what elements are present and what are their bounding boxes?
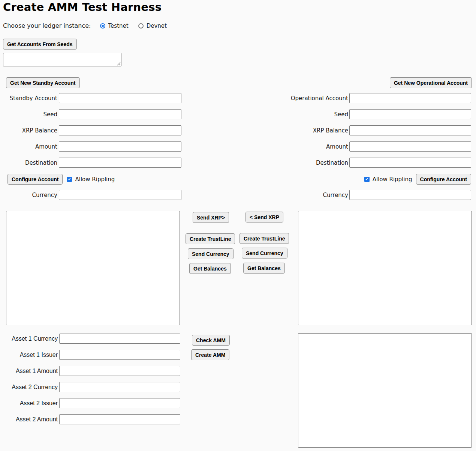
radio-group-devnet[interactable]: Devnet: [138, 23, 167, 29]
send-xrp-to-standby-button[interactable]: < Send XRP: [245, 212, 283, 222]
asset2-amount-label: Asset 2 Amount: [0, 416, 59, 423]
standby-configure-row: Configure Account Allow Rippling: [7, 174, 115, 185]
configure-standby-account-button[interactable]: Configure Account: [7, 174, 63, 185]
operational-account-label: Operational Account: [289, 95, 349, 102]
asset1-issuer-label: Asset 1 Issuer: [0, 352, 59, 358]
operational-account-row: Operational Account: [289, 93, 471, 103]
operational-destination-row: Destination: [289, 158, 471, 168]
amm-test-harness-page: Create AMM Test Harness Choose your ledg…: [0, 0, 476, 451]
standby-account-input[interactable]: [59, 93, 181, 103]
standby-seed-input[interactable]: [59, 109, 181, 119]
standby-seed-label: Seed: [0, 111, 59, 118]
standby-account-row: Standby Account: [0, 93, 181, 103]
create-amm-button[interactable]: Create AMM: [191, 349, 229, 360]
standby-account-label: Standby Account: [0, 95, 59, 102]
operational-allow-rippling-checkbox[interactable]: [364, 177, 370, 182]
radio-group-testnet[interactable]: Testnet: [100, 23, 129, 29]
standby-xrp-balance-row: XRP Balance: [0, 125, 181, 135]
operational-destination-input[interactable]: [349, 158, 471, 168]
asset2-currency-row: Asset 2 Currency: [0, 382, 180, 392]
check-amm-button[interactable]: Check AMM: [192, 335, 230, 346]
asset1-issuer-input[interactable]: [59, 350, 180, 360]
asset1-amount-input[interactable]: [59, 366, 180, 376]
ledger-instance-label: Choose your ledger instance:: [3, 22, 91, 29]
account-seeds-textarea[interactable]: [3, 53, 121, 66]
get-accounts-from-seeds-button[interactable]: Get Accounts From Seeds: [3, 39, 77, 50]
standby-amount-row: Amount: [0, 141, 181, 152]
get-new-operational-account-button[interactable]: Get New Operational Account: [390, 77, 472, 88]
testnet-radio-label[interactable]: Testnet: [108, 23, 129, 29]
send-currency-operational-button[interactable]: Send Currency: [242, 248, 287, 259]
standby-currency-input[interactable]: [59, 190, 181, 200]
testnet-radio[interactable]: [100, 23, 105, 29]
operational-currency-label: Currency: [289, 192, 349, 198]
asset1-issuer-row: Asset 1 Issuer: [0, 350, 180, 360]
operational-seed-row: Seed: [289, 109, 471, 119]
seeds-textarea-wrap: [3, 53, 121, 66]
operational-xrp-balance-input[interactable]: [349, 125, 471, 135]
asset2-issuer-input[interactable]: [59, 398, 180, 408]
operational-currency-input[interactable]: [349, 190, 471, 200]
operational-configure-row: Allow Rippling Configure Account: [364, 174, 471, 185]
standby-xrp-balance-input[interactable]: [59, 125, 181, 135]
create-trustline-operational-button[interactable]: Create TrustLine: [239, 233, 289, 244]
amm-result-textarea[interactable]: [298, 333, 472, 448]
operational-seed-input[interactable]: [349, 109, 471, 119]
asset1-currency-label: Asset 1 Currency: [0, 335, 59, 342]
page-title: Create AMM Test Harness: [3, 1, 162, 14]
ledger-instance-row: Choose your ledger instance: Testnet Dev…: [3, 22, 167, 29]
send-xrp-to-operational-button[interactable]: Send XRP>: [193, 212, 229, 223]
devnet-radio-label[interactable]: Devnet: [147, 23, 167, 29]
get-balances-operational-button[interactable]: Get Balances: [243, 263, 285, 274]
standby-seed-row: Seed: [0, 109, 181, 119]
standby-destination-row: Destination: [0, 158, 181, 168]
operational-xrp-balance-row: XRP Balance: [289, 125, 471, 135]
operational-amount-row: Amount: [289, 141, 471, 152]
operational-destination-label: Destination: [289, 159, 349, 166]
standby-amount-label: Amount: [0, 143, 59, 150]
operational-currency-row: Currency: [289, 190, 471, 200]
configure-operational-account-button[interactable]: Configure Account: [416, 174, 471, 185]
asset2-amount-row: Asset 2 Amount: [0, 414, 180, 424]
standby-destination-input[interactable]: [59, 158, 181, 168]
asset2-issuer-label: Asset 2 Issuer: [0, 400, 59, 407]
operational-seed-label: Seed: [289, 111, 349, 118]
asset1-currency-input[interactable]: [59, 334, 180, 344]
operational-amount-input[interactable]: [349, 141, 471, 152]
standby-currency-row: Currency: [0, 190, 181, 200]
standby-currency-label: Currency: [0, 192, 59, 198]
operational-xrp-balance-label: XRP Balance: [289, 127, 349, 134]
asset2-currency-input[interactable]: [59, 382, 180, 392]
asset1-currency-row: Asset 1 Currency: [0, 334, 180, 344]
asset2-amount-input[interactable]: [59, 414, 180, 424]
send-currency-standby-button[interactable]: Send Currency: [188, 248, 234, 259]
standby-destination-label: Destination: [0, 159, 59, 166]
asset2-currency-label: Asset 2 Currency: [0, 384, 59, 391]
asset1-amount-label: Asset 1 Amount: [0, 368, 59, 374]
operational-amount-label: Amount: [289, 143, 349, 150]
standby-allow-rippling-checkbox[interactable]: [67, 177, 72, 182]
operational-account-input[interactable]: [349, 93, 471, 103]
asset1-amount-row: Asset 1 Amount: [0, 366, 180, 376]
standby-xrp-balance-label: XRP Balance: [0, 127, 59, 134]
create-trustline-standby-button[interactable]: Create TrustLine: [186, 233, 235, 244]
get-new-standby-account-button[interactable]: Get New Standby Account: [6, 77, 80, 88]
standby-amount-input[interactable]: [59, 141, 181, 152]
standby-allow-rippling-label[interactable]: Allow Rippling: [75, 176, 115, 183]
operational-allow-rippling-label[interactable]: Allow Rippling: [373, 176, 412, 183]
asset2-issuer-row: Asset 2 Issuer: [0, 398, 180, 408]
get-balances-standby-button[interactable]: Get Balances: [189, 263, 231, 274]
standby-result-textarea[interactable]: [6, 211, 180, 325]
devnet-radio[interactable]: [138, 23, 144, 29]
operational-result-textarea[interactable]: [298, 211, 472, 325]
